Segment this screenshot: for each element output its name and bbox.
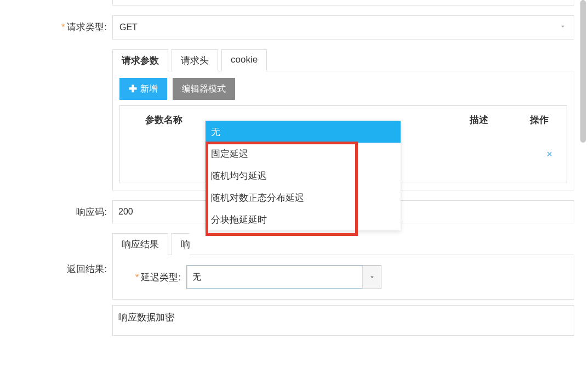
return-result-label: 返回结果: [44, 233, 112, 275]
delay-type-label: *延迟类型: [121, 271, 186, 284]
response-code-value: 200 [118, 207, 133, 217]
col-desc: 描述 [446, 114, 512, 126]
response-tabs: 响应结果 响 [112, 233, 574, 255]
delay-option-none[interactable]: 无 [205, 121, 401, 143]
delay-option-uniform[interactable]: 随机均匀延迟 [205, 165, 401, 187]
tab-request-params[interactable]: 请求参数 [112, 49, 168, 71]
editor-mode-label: 编辑器模式 [182, 83, 226, 95]
response-encrypt-title: 响应数据加密 [118, 311, 174, 324]
delay-option-lognormal[interactable]: 随机对数正态分布延迟 [205, 187, 401, 208]
request-tabs: 请求参数 请求头 cookie [112, 49, 574, 71]
delay-type-select[interactable]: 无 [186, 265, 381, 289]
row-delete-icon[interactable]: × [546, 149, 552, 160]
tab-request-headers[interactable]: 请求头 [172, 49, 218, 71]
chevron-down-icon [362, 266, 381, 289]
request-type-value: GET [119, 22, 138, 32]
plus-icon: ✚ [129, 83, 137, 95]
chevron-down-icon [558, 22, 567, 33]
tab-response-result[interactable]: 响应结果 [112, 233, 168, 255]
editor-mode-button[interactable]: 编辑器模式 [173, 78, 235, 100]
request-type-label: *请求类型: [44, 15, 112, 33]
request-type-select[interactable]: GET [112, 15, 574, 40]
delay-type-dropdown: 无 固定延迟 随机均匀延迟 随机对数正态分布延迟 分块拖延延时 [205, 121, 401, 230]
add-button[interactable]: ✚ 新增 [119, 78, 167, 100]
delay-type-value: 无 [192, 272, 201, 283]
tab-request-cookie[interactable]: cookie [221, 49, 267, 71]
scrollbar-thumb[interactable] [580, 0, 586, 143]
add-button-label: 新增 [140, 83, 158, 95]
response-result-panel: *延迟类型: 无 [112, 255, 574, 300]
response-code-label: 响应码: [44, 200, 112, 218]
delay-option-chunked[interactable]: 分块拖延延时 [205, 208, 401, 230]
col-ops: 操作 [512, 114, 567, 126]
col-param-name: 参数名称 [120, 114, 199, 126]
delay-option-fixed[interactable]: 固定延迟 [205, 143, 401, 165]
response-encrypt-box: 响应数据加密 [112, 305, 574, 336]
prev-field-bottom-edge [112, 0, 574, 5]
tab-response-second[interactable]: 响 [172, 233, 190, 255]
